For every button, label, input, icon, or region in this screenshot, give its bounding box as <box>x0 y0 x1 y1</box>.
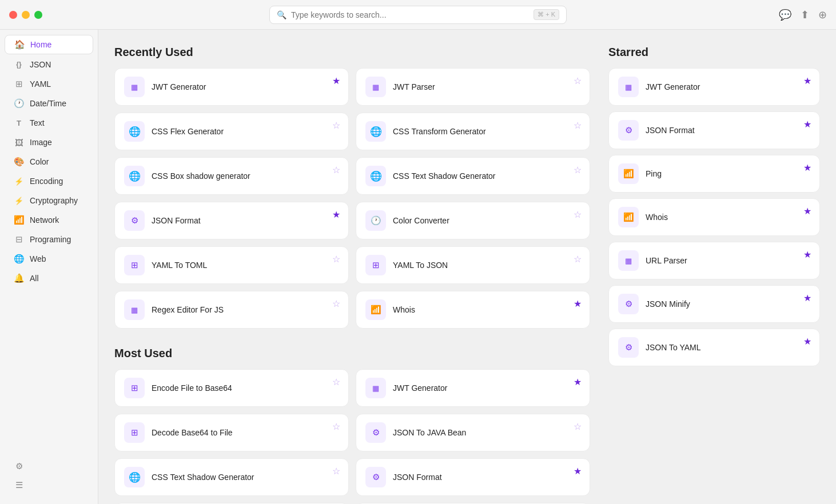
tool-card-regex-editor[interactable]: ▦ Regex Editor For JS ☆ <box>114 291 349 329</box>
recently-used-title: Recently Used <box>114 46 590 59</box>
sidebar-item-datetime[interactable]: 🕐 Date/Time <box>5 94 93 113</box>
tool-card-jwt-gen2[interactable]: ▦ JWT Generator ★ <box>356 369 590 407</box>
starred-card-json-yaml[interactable]: ⚙ JSON To YAML ★ <box>608 329 820 366</box>
tool-icon-json-format: ⚙ <box>124 210 145 231</box>
sidebar-item-text[interactable]: T Text <box>5 114 93 132</box>
starred-star-json-minify[interactable]: ★ <box>802 291 813 305</box>
starred-card-json-format[interactable]: ⚙ JSON Format ★ <box>608 111 820 149</box>
starred-star-json-format[interactable]: ★ <box>802 118 813 131</box>
tool-name-css-transform: CSS Transform Generator <box>393 127 580 136</box>
sidebar-item-json[interactable]: {} JSON <box>5 55 93 74</box>
sidebar-item-web[interactable]: 🌐 Web <box>5 250 93 268</box>
starred-card-ping[interactable]: 📶 Ping ★ <box>608 155 820 193</box>
tool-card-jwt-parser[interactable]: ▦ JWT Parser ☆ <box>356 68 590 106</box>
star-css-text-shadow[interactable]: ☆ <box>572 163 583 177</box>
sidebar-item-yaml[interactable]: ⊞ YAML <box>5 75 93 93</box>
tool-icon-css-text-shadow: 🌐 <box>365 166 386 186</box>
share-icon[interactable]: ⬆ <box>801 9 809 21</box>
tool-card-decode-base64[interactable]: ⊞ Decode Base64 to File ☆ <box>114 414 349 451</box>
starred-icon-json-yaml: ⚙ <box>618 337 639 358</box>
search-input[interactable] <box>291 10 529 19</box>
tool-card-json-format2[interactable]: ⚙ JSON Format ★ <box>356 458 590 496</box>
star-whois[interactable]: ★ <box>572 297 583 310</box>
sidebar-label-home: Home <box>30 40 51 49</box>
starred-name-json-yaml: JSON To YAML <box>646 343 810 352</box>
sidebar-item-color[interactable]: 🎨 Color <box>5 153 93 171</box>
tool-icon-jwt-gen2: ▦ <box>365 378 386 398</box>
starred-star-json-yaml[interactable]: ★ <box>802 335 813 348</box>
starred-name-url-parser: URL Parser <box>646 256 810 265</box>
sidebar-item-settings[interactable]: ⚙ <box>5 457 93 475</box>
tool-card-css-text-shadow2[interactable]: 🌐 CSS Text Shadow Generator ☆ <box>114 458 349 496</box>
star-regex-editor[interactable]: ☆ <box>331 297 341 310</box>
starred-name-json-format: JSON Format <box>646 126 810 135</box>
starred-star-url-parser[interactable]: ★ <box>802 248 813 261</box>
tool-card-css-transform[interactable]: 🌐 CSS Transform Generator ☆ <box>356 113 590 150</box>
sidebar-item-image[interactable]: 🖼 Image <box>5 133 93 151</box>
star-yaml-toml[interactable]: ☆ <box>331 253 341 266</box>
starred-name-jwt-gen: JWT Generator <box>646 82 810 91</box>
star-yaml-json[interactable]: ☆ <box>572 253 583 266</box>
sidebar-label-cryptography: Cryptography <box>30 196 78 205</box>
encoding-icon: ⚡ <box>14 176 24 186</box>
tool-card-encode-base64[interactable]: ⊞ Encode File to Base64 ☆ <box>114 369 349 407</box>
star-css-transform[interactable]: ☆ <box>572 119 583 132</box>
star-json-java-bean[interactable]: ☆ <box>572 420 583 433</box>
sidebar-item-encoding[interactable]: ⚡ Encoding <box>5 172 93 190</box>
tool-icon-yaml-toml: ⊞ <box>124 255 145 275</box>
tool-icon-jwt-gen: ▦ <box>124 77 145 97</box>
star-css-box-shadow[interactable]: ☆ <box>331 163 341 177</box>
starred-name-ping: Ping <box>646 169 810 178</box>
settings-bottom-icon: ⚙ <box>14 461 24 471</box>
search-bar[interactable]: 🔍 ⌘ + K <box>269 6 567 24</box>
starred-icon-ping: 📶 <box>618 163 639 184</box>
sidebar-item-network[interactable]: 📶 Network <box>5 211 93 229</box>
tool-card-css-box-shadow[interactable]: 🌐 CSS Box shadow generator ☆ <box>114 157 349 195</box>
starred-star-ping[interactable]: ★ <box>802 161 813 174</box>
star-json-format2[interactable]: ★ <box>572 465 583 478</box>
star-jwt-gen[interactable]: ★ <box>331 74 341 87</box>
star-css-flex[interactable]: ☆ <box>331 119 341 132</box>
tool-card-json-format[interactable]: ⚙ JSON Format ★ <box>114 202 349 239</box>
tool-card-json-java-bean[interactable]: ⚙ JSON To JAVA Bean ☆ <box>356 414 590 451</box>
tool-card-css-text-shadow[interactable]: 🌐 CSS Text Shadow Generator ☆ <box>356 157 590 195</box>
starred-icon-json-format: ⚙ <box>618 120 639 141</box>
star-json-format[interactable]: ★ <box>331 208 341 221</box>
sidebar-item-all[interactable]: 🔔 All <box>5 269 93 287</box>
json-icon: {} <box>14 59 24 70</box>
starred-star-jwt-gen[interactable]: ★ <box>802 74 813 87</box>
tool-card-css-flex[interactable]: 🌐 CSS Flex Generator ☆ <box>114 113 349 150</box>
maximize-button[interactable] <box>34 11 42 19</box>
starred-card-url-parser[interactable]: ▦ URL Parser ★ <box>608 242 820 279</box>
tool-name-decode-base64: Decode Base64 to File <box>152 428 339 437</box>
starred-card-json-minify[interactable]: ⚙ JSON Minify ★ <box>608 285 820 323</box>
star-encode-base64[interactable]: ☆ <box>331 375 341 389</box>
sidebar-item-cryptography[interactable]: ⚡ Cryptography <box>5 191 93 210</box>
settings-icon[interactable]: ⊕ <box>818 9 827 21</box>
close-button[interactable] <box>9 11 17 19</box>
starred-star-whois[interactable]: ★ <box>802 205 813 218</box>
tool-card-jwt-gen[interactable]: ▦ JWT Generator ★ <box>114 68 349 106</box>
starred-card-jwt-gen[interactable]: ▦ JWT Generator ★ <box>608 68 820 106</box>
sidebar-item-home[interactable]: 🏠 Home <box>5 35 93 54</box>
tool-card-yaml-toml[interactable]: ⊞ YAML To TOML ☆ <box>114 246 349 284</box>
star-css-text-shadow2[interactable]: ☆ <box>331 465 341 478</box>
tool-name-css-box-shadow: CSS Box shadow generator <box>152 171 339 181</box>
sidebar-label-encoding: Encoding <box>30 177 63 186</box>
tool-card-color-converter[interactable]: 🕐 Color Converter ☆ <box>356 202 590 239</box>
sidebar-item-list[interactable]: ☰ <box>5 476 93 494</box>
minimize-button[interactable] <box>22 11 30 19</box>
star-jwt-gen2[interactable]: ★ <box>572 375 583 389</box>
tool-card-whois[interactable]: 📶 Whois ★ <box>356 291 590 329</box>
network-icon: 📶 <box>14 215 24 225</box>
chat-icon[interactable]: 💬 <box>779 9 791 21</box>
main-layout: 🏠 Home {} JSON ⊞ YAML 🕐 Date/Time T Text… <box>0 30 836 504</box>
star-decode-base64[interactable]: ☆ <box>331 420 341 433</box>
star-color-converter[interactable]: ☆ <box>572 208 583 221</box>
sidebar-item-programing[interactable]: ⊟ Programing <box>5 230 93 249</box>
starred-name-whois: Whois <box>646 213 810 222</box>
tool-card-yaml-json[interactable]: ⊞ YAML To JSON ☆ <box>356 246 590 284</box>
starred-card-whois[interactable]: 📶 Whois ★ <box>608 198 820 236</box>
tool-name-jwt-parser: JWT Parser <box>393 82 580 91</box>
star-jwt-parser[interactable]: ☆ <box>572 74 583 87</box>
